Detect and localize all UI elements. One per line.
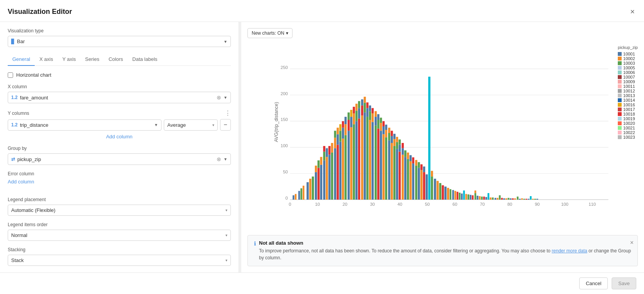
svg-rect-29 xyxy=(301,188,303,200)
legend-item: 10023 xyxy=(618,135,638,139)
svg-rect-54 xyxy=(337,128,339,134)
legend-color-swatch xyxy=(618,98,622,102)
svg-rect-36 xyxy=(318,168,320,200)
svg-rect-28 xyxy=(298,191,300,200)
legend-item: 10013 xyxy=(618,93,638,98)
svg-rect-27 xyxy=(295,194,297,200)
svg-rect-133 xyxy=(412,163,414,200)
bar-chart-svg: AVG(trip_distance) 0 50 100 150 200 250 xyxy=(247,44,638,209)
legend-item-label: 10019 xyxy=(623,116,635,121)
tab-data-labels[interactable]: Data labels xyxy=(128,53,162,66)
svg-rect-33 xyxy=(312,176,314,200)
svg-rect-59 xyxy=(342,128,344,138)
legend-items-order-select[interactable]: Normal ▾ xyxy=(8,230,231,241)
legend-placement-label: Legend placement xyxy=(8,197,231,202)
group-by-chevron[interactable]: ▾ xyxy=(224,156,227,162)
viz-type-select[interactable]: ▊ Bar ▾ xyxy=(8,36,231,47)
legend-item-label: 10002 xyxy=(623,56,635,61)
svg-rect-41 xyxy=(323,152,325,161)
svg-rect-71 xyxy=(353,113,355,124)
svg-rect-163 xyxy=(472,195,474,200)
x-column-clear[interactable]: ⊗ xyxy=(216,94,222,101)
svg-rect-64 xyxy=(348,131,350,200)
svg-rect-175 xyxy=(497,198,499,200)
legend-color-swatch xyxy=(618,61,622,65)
svg-rect-106 xyxy=(385,137,387,200)
group-by-select[interactable]: ⇄ pickup_zip ⊗ ▾ xyxy=(8,153,231,165)
svg-rect-50 xyxy=(334,138,336,148)
legend-item: 10003 xyxy=(618,61,638,66)
svg-text:100: 100 xyxy=(281,143,288,148)
tab-series[interactable]: Series xyxy=(81,53,104,66)
svg-rect-126 xyxy=(402,143,404,148)
notification-close-button[interactable]: × xyxy=(630,239,634,246)
legend-color-swatch xyxy=(618,112,622,116)
remove-y-column-button[interactable]: − xyxy=(220,119,231,131)
horizontal-chart-checkbox[interactable] xyxy=(8,72,13,78)
svg-rect-65 xyxy=(348,120,350,131)
svg-rect-190 xyxy=(530,196,532,200)
viz-type-label: Visualization type xyxy=(8,28,231,34)
new-charts-toggle[interactable]: New charts: ON ▾ xyxy=(247,28,293,38)
group-by-label: Group by xyxy=(8,146,231,151)
svg-rect-149 xyxy=(439,183,441,200)
svg-text:90: 90 xyxy=(535,202,540,207)
visualization-editor-modal: Visualization Editor × Visualization typ… xyxy=(0,0,644,294)
svg-rect-82 xyxy=(364,113,366,200)
svg-rect-45 xyxy=(328,155,331,200)
tab-colors[interactable]: Colors xyxy=(104,53,128,66)
svg-rect-185 xyxy=(519,199,521,200)
add-error-column-button[interactable]: Add column xyxy=(8,179,34,185)
left-panel: Visualization type ▊ Bar ▾ General X axi… xyxy=(0,22,239,272)
svg-rect-122 xyxy=(399,145,401,152)
notification-content: Not all data shown To improve performanc… xyxy=(259,240,631,261)
svg-rect-135 xyxy=(415,166,417,200)
legend-items-order-label: Legend items order xyxy=(8,222,231,227)
horizontal-chart-row: Horizontal chart xyxy=(8,72,231,78)
svg-rect-75 xyxy=(355,104,358,111)
y-column-select[interactable]: 1.2 trip_distance ▾ xyxy=(8,119,161,131)
y-columns-label: Y columns xyxy=(8,111,29,116)
svg-rect-152 xyxy=(447,188,449,200)
render-more-data-link[interactable]: render more data xyxy=(552,248,587,254)
x-column-chevron[interactable]: ▾ xyxy=(224,95,227,100)
svg-rect-30 xyxy=(303,186,304,200)
svg-rect-103 xyxy=(382,134,385,200)
svg-rect-182 xyxy=(512,198,514,200)
svg-text:150: 150 xyxy=(281,117,288,122)
legend-item-label: 10012 xyxy=(623,89,635,93)
add-y-column-button[interactable]: Add column xyxy=(8,134,231,139)
tab-y-axis[interactable]: Y axis xyxy=(58,53,81,66)
svg-rect-141 xyxy=(423,172,425,200)
svg-rect-140 xyxy=(420,164,423,170)
legend-item: 10007 xyxy=(618,75,638,79)
svg-rect-105 xyxy=(382,121,385,126)
legend-item-label: 10020 xyxy=(623,121,635,126)
svg-rect-89 xyxy=(369,111,371,120)
svg-rect-178 xyxy=(503,198,505,200)
viz-type-chevron[interactable]: ▾ xyxy=(224,39,227,44)
close-button[interactable]: × xyxy=(629,6,636,17)
svg-rect-136 xyxy=(415,160,417,166)
stacking-select[interactable]: Stack ▾ xyxy=(8,255,231,266)
legend-placement-select[interactable]: Automatic (Flexible) ▾ xyxy=(8,205,231,216)
svg-rect-93 xyxy=(372,108,374,113)
group-by-clear[interactable]: ⊗ xyxy=(216,156,222,162)
y-columns-menu-button[interactable]: ⋮ xyxy=(225,109,231,117)
tab-x-axis[interactable]: X axis xyxy=(35,53,57,66)
tab-general[interactable]: General xyxy=(8,53,35,66)
svg-rect-98 xyxy=(377,120,380,129)
svg-rect-83 xyxy=(364,103,366,113)
legend-placement-group: Legend placement Automatic (Flexible) ▾ xyxy=(8,197,231,216)
svg-rect-162 xyxy=(470,195,472,200)
x-column-select[interactable]: 1.2 fare_amount ⊗ ▾ xyxy=(8,92,231,103)
y-column-chevron[interactable]: ▾ xyxy=(154,122,158,128)
y-aggregation-select[interactable]: Average ▾ xyxy=(164,119,218,131)
svg-rect-40 xyxy=(323,160,325,200)
modal-title: Visualization Editor xyxy=(8,8,72,16)
save-button[interactable]: Save xyxy=(612,277,636,289)
svg-rect-66 xyxy=(348,113,350,120)
svg-rect-74 xyxy=(355,111,358,121)
svg-text:0: 0 xyxy=(285,196,288,200)
cancel-button[interactable]: Cancel xyxy=(579,277,608,289)
